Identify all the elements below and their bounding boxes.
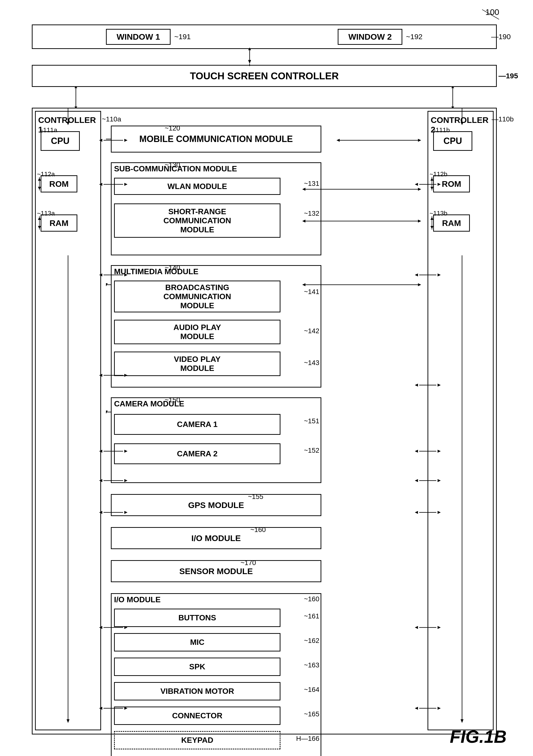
- broadcasting-ref: ~141: [304, 288, 319, 296]
- rom2-box: ROM: [433, 175, 470, 192]
- sub-comm-outer: SUB-COMMUNICATION MODULE WLAN MODULE ~13…: [111, 162, 321, 255]
- broadcasting-box: BROADCASTINGCOMMUNICATIONMODULE: [114, 281, 280, 312]
- io1-box: I/O MODULE: [111, 527, 321, 549]
- audio-box: AUDIO PLAYMODULE: [114, 320, 280, 344]
- keypad-ref: H—166: [296, 735, 319, 742]
- windows-bar: WINDOW 1 ~191 WINDOW 2 ~192 —190: [32, 24, 497, 49]
- camera2-ref: ~152: [304, 446, 319, 454]
- controller1-box: CONTROLLER 1 ~111a CPU ~112a ROM ~113a R…: [35, 111, 101, 730]
- camera-ref: ~150: [165, 396, 180, 404]
- multimedia-outer: MULTIMEDIA MODULE BROADCASTINGCOMMUNICAT…: [111, 265, 321, 388]
- short-range-ref: ~132: [304, 209, 319, 217]
- svg-marker-94: [74, 87, 77, 88]
- camera1-ref: ~151: [304, 417, 319, 425]
- mic-box: MIC: [114, 633, 280, 652]
- svg-marker-3: [248, 48, 251, 50]
- keypad-box: KEYPAD: [114, 731, 280, 749]
- sensor-box: SENSOR MODULE: [111, 560, 321, 582]
- video-ref: ~143: [304, 359, 319, 367]
- touch-to-main-right-arrow: [443, 87, 463, 109]
- bar-ref: —190: [491, 33, 511, 41]
- window1-ref: ~191: [174, 33, 191, 41]
- middle-col: MOBILE COMMUNICATION MODULE ~120 SUB-COM…: [106, 111, 417, 730]
- multimedia-ref: ~140: [165, 264, 180, 272]
- connector-ref: ~165: [304, 710, 319, 718]
- ref-110b: —110b: [492, 115, 514, 123]
- io2-outer: I/O MODULE ~160 BUTTONS ~161 MIC ~162 SP…: [111, 593, 321, 756]
- touch-screen-ref: —195: [498, 72, 518, 80]
- ram2-box: RAM: [433, 214, 470, 231]
- window2-ref: ~192: [406, 33, 423, 41]
- sensor-ref: ~170: [241, 559, 256, 567]
- gps-box: GPS MODULE: [111, 494, 321, 516]
- svg-marker-70: [418, 220, 421, 223]
- diagram-container: 100 WINDOW 1 ~191 WINDOW 2 ~192 —190 TOU…: [7, 5, 521, 752]
- figure-label: FIG.1B: [450, 727, 507, 747]
- vibration-ref: ~164: [304, 686, 319, 693]
- multimedia-label: MULTIMEDIA MODULE: [114, 267, 199, 276]
- touch-to-main-left-arrow: [66, 87, 86, 109]
- svg-marker-73: [418, 283, 421, 286]
- cpu2-box: CPU: [433, 131, 472, 151]
- sub-comm-ref: ~130: [165, 161, 180, 169]
- camera2-box: CAMERA 2: [114, 444, 280, 464]
- connector-box: CONNECTOR: [114, 707, 280, 725]
- buttons-ref: ~161: [304, 612, 319, 620]
- svg-marker-97: [451, 87, 454, 88]
- mic-ref: ~162: [304, 637, 319, 645]
- camera-outer: CAMERA MODULE CAMERA 1 ~151 CAMERA 2 ~15…: [111, 397, 321, 483]
- video-box: VIDEO PLAYMODULE: [114, 352, 280, 376]
- io2-label: I/O MODULE: [114, 595, 161, 604]
- wlan-box: WLAN MODULE: [114, 178, 280, 195]
- touch-screen-controller: TOUCH SCREEN CONTROLLER —195: [32, 65, 497, 87]
- audio-ref: ~142: [304, 327, 319, 335]
- mobile-comm-ref: ~120: [165, 124, 180, 132]
- window2-box: WINDOW 2: [338, 29, 402, 45]
- vibration-box: VIBRATION MOTOR: [114, 682, 280, 700]
- io1-ref: ~160: [250, 526, 266, 534]
- window1-box: WINDOW 1: [106, 29, 171, 45]
- svg-marker-67: [418, 188, 421, 191]
- mobile-comm-box: MOBILE COMMUNICATION MODULE: [111, 125, 321, 152]
- camera1-box: CAMERA 1: [114, 414, 280, 435]
- gps-ref: ~155: [248, 493, 263, 501]
- io2-ref: ~160: [304, 595, 319, 603]
- main-outer-box: CONTROLLER 1 ~111a CPU ~112a ROM ~113a R…: [32, 108, 497, 735]
- cpu1-box: CPU: [40, 131, 80, 151]
- arrow-windows-to-touch: [247, 48, 259, 66]
- svg-marker-1: [248, 60, 251, 64]
- ram1-box: RAM: [40, 214, 77, 231]
- spk-box: SPK: [114, 658, 280, 676]
- spk-ref: ~163: [304, 661, 319, 669]
- rom1-box: ROM: [40, 175, 77, 192]
- wlan-ref: ~131: [304, 180, 319, 188]
- controller2-box: CONTROLLER 2 —110b ~111b CPU ~112b ROM ~…: [428, 111, 493, 730]
- short-range-box: SHORT-RANGECOMMUNICATIONMODULE: [114, 203, 280, 238]
- buttons-box: BUTTONS: [114, 608, 280, 627]
- svg-marker-64: [418, 139, 421, 142]
